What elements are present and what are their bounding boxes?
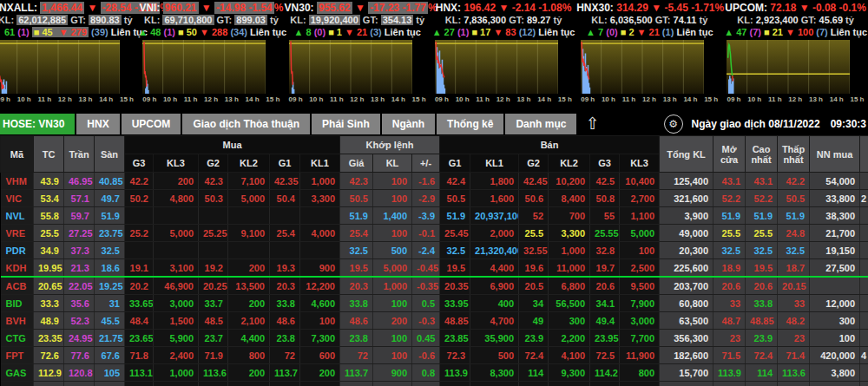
tab-danh-m-c[interactable]: Danh mục <box>505 114 576 134</box>
index-volume-line: KL: 62,012,885 GT: 890.83 tỷ <box>0 14 138 26</box>
bid1-price-cell: 72 <box>270 347 300 364</box>
bid1-volume-cell <box>300 207 340 225</box>
table-row[interactable]: BID33.335.63133.653,00033.720033.84,6003… <box>1 295 868 312</box>
tab-upcom[interactable]: UPCOM <box>122 114 181 134</box>
table-row[interactable]: VIC53.457.149.750.24,80050.35,00050.43,3… <box>1 190 868 207</box>
bid2-volume-cell: 13,500 <box>228 277 270 295</box>
table-row[interactable]: FPT72.677.667.671.82,40071.9800726007210… <box>1 347 868 364</box>
header-bid-group: Mua <box>125 136 340 154</box>
header-floor: Sàn <box>95 136 125 173</box>
total-volume-cell: 20,300 <box>660 242 713 259</box>
header-ref: TC <box>34 136 64 173</box>
tab-hose-vn30[interactable]: HOSE: VN30 <box>0 114 75 134</box>
table-row[interactable]: VRE25.527.2523.7525.25,00025.259,10025.4… <box>1 225 868 242</box>
volume-label: KL: <box>144 15 162 25</box>
tab-giao-d-ch-th-a-thu-n[interactable]: Giao dịch Thỏa thuận <box>182 114 310 134</box>
low-price-cell: 12.2 <box>778 382 810 386</box>
bid2-volume-cell: 200 <box>228 259 270 278</box>
index-volume-line: KL: 19,920,400 GT: 354.13 tỷ <box>285 14 431 26</box>
table-row[interactable]: VHM43.946.9540.8542.220042.37,10042.351,… <box>1 173 868 190</box>
symbol-cell: VIC <box>1 190 34 207</box>
bid2-price-cell: 113.6 <box>199 364 228 382</box>
time-axis-label: 15 h <box>266 95 279 103</box>
volume-label: KL: <box>737 15 755 25</box>
symbol-cell: KDH <box>1 259 34 278</box>
volume-value: 6,036,500 <box>610 15 653 25</box>
table-row[interactable]: CTG23.3524.9521.7523.655,90023.74,40023.… <box>1 330 868 347</box>
matched-volume-cell: 100 <box>373 330 412 347</box>
bid3-volume-cell: 2,400 <box>154 347 199 364</box>
time-axis-label: 14 h <box>683 95 697 103</box>
change-cell: 0.8 <box>412 364 440 382</box>
open-price-cell: 23 <box>713 330 746 347</box>
bid2-price-cell: 20.25 <box>199 277 228 295</box>
ask2-price-cell: 72.4 <box>519 347 549 364</box>
high-price-cell: 72.4 <box>746 347 778 364</box>
open-price-cell: 32.5 <box>713 242 746 259</box>
floor-count: (39) <box>89 27 111 37</box>
high-price-cell: 48.85 <box>746 312 778 330</box>
time-axis: 09 h10 h11 h12 h13 h14 h15 h <box>727 95 864 103</box>
symbol-cell: VHM <box>1 173 34 190</box>
bid3-volume-cell: 4,800 <box>154 190 199 207</box>
bid3-volume-cell: 5,000 <box>154 225 199 242</box>
foreign-buy-cell: 27,500 <box>810 259 860 278</box>
total-volume-cell: 356,300 <box>660 330 713 347</box>
foreign-buy-cell: 300 <box>810 312 860 330</box>
table-row[interactable]: NVL55.859.751.951.91,400-3.951.920,937,1… <box>1 207 868 225</box>
matched-price-cell: 32.5 <box>340 242 373 259</box>
total-volume-cell: 49,000 <box>660 225 713 242</box>
bid1-volume-cell: 7,300 <box>300 330 340 347</box>
trading-date-label: Ngày giao dịch 08/11/2022 <box>692 118 820 130</box>
bid3-volume-cell <box>154 242 199 259</box>
value-unit: tỷ <box>413 15 424 25</box>
ask3-volume-cell: 2,700 <box>620 190 660 207</box>
table-row[interactable]: BVH48.952.345.548.41,50048.52,10048.6100… <box>1 312 868 330</box>
table-row[interactable]: GVR12.4513.311.612.32,30012.3590012.49,5… <box>1 382 868 386</box>
time-axis: 09 h10 h11 h12 h13 h14 h15 h <box>435 95 572 103</box>
table-row[interactable]: GAS112.9120.8105113.11,000113.6200113.72… <box>1 364 868 382</box>
ask3-volume-cell: 5,000 <box>620 225 660 242</box>
ask1-price-cell: 32.5 <box>440 242 470 259</box>
gear-icon[interactable]: ⚙ <box>664 114 683 134</box>
open-price-cell: 43.1 <box>713 173 746 190</box>
floor-count: (7) <box>813 27 831 37</box>
tab-hnx[interactable]: HNX <box>76 114 119 134</box>
ask3-volume-cell: 11,900 <box>620 347 660 364</box>
high-price-cell: 43.1 <box>746 173 778 190</box>
tab-ng-nh[interactable]: Ngành <box>382 114 435 134</box>
table-row[interactable]: ACB20.6522.0519.2520.246,90020.2513,5002… <box>1 277 868 295</box>
header-ceiling: Trần <box>64 136 95 173</box>
ask2-volume-cell: 56,500 <box>549 295 590 312</box>
index-breadth-line: ▲ 48 (1) ■ 50 ▼ 288 (34) Liên tục <box>138 26 284 38</box>
bid2-volume-cell: 9,100 <box>228 225 270 242</box>
time-axis: 09 h10 h11 h12 h13 h14 h15 h <box>581 95 718 103</box>
bid3-price-cell: 50.2 <box>125 190 154 207</box>
open-price-cell: 51.9 <box>713 207 746 225</box>
time-axis-label: 15 h <box>558 95 572 103</box>
bid2-volume-cell: 5,000 <box>228 190 270 207</box>
bid2-volume-cell: 4,400 <box>228 330 270 347</box>
bid1-price-cell: 50.4 <box>270 190 300 207</box>
clipped-cell <box>860 259 868 278</box>
bid3-price-cell: 19.1 <box>125 259 154 278</box>
table-row[interactable]: PDR34.937.332.532.5500-2.432.521,320,400… <box>1 242 868 259</box>
bid2-price-cell: 48.5 <box>199 312 228 330</box>
bid3-volume-cell: 200 <box>154 173 199 190</box>
bid1-volume-cell: 600 <box>300 347 340 364</box>
tab-th-ng-k-[interactable]: Thống kê <box>437 114 503 134</box>
ask1-price-cell: 48.85 <box>440 312 470 330</box>
tab-ph-i-sinh[interactable]: Phái Sinh <box>312 114 380 134</box>
time-axis-label: 12 h <box>642 95 656 103</box>
matched-price-cell: 19.5 <box>340 259 373 278</box>
arrow-up-icon[interactable]: ⇧ <box>585 114 599 134</box>
table-row[interactable]: KDH19.9521.318.619.13,10019.220019.39001… <box>1 259 868 278</box>
symbol-cell: CTG <box>1 330 34 347</box>
foreign-buy-cell: 21,700 <box>810 225 860 242</box>
unchanged-count: ■ 45 <box>32 27 55 37</box>
value-label: GT: <box>653 15 674 25</box>
low-price-cell: 48.2 <box>778 312 810 330</box>
ask2-price-cell: 42.45 <box>519 173 549 190</box>
change-cell: -0.6 <box>412 347 440 364</box>
low-price-cell: 50.5 <box>778 190 810 207</box>
